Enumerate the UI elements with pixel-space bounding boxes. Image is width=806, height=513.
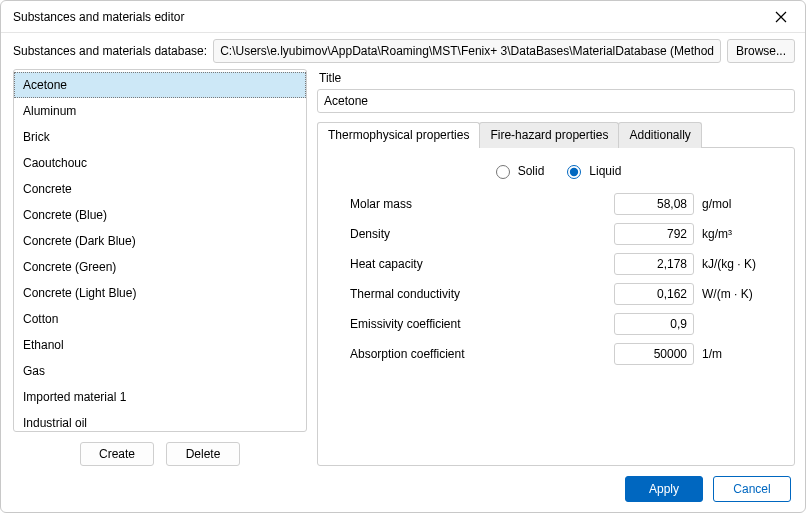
database-row: Substances and materials database: Brows… — [1, 33, 805, 69]
left-pane: AcetoneAluminumBrickCaoutchoucConcreteCo… — [13, 69, 307, 466]
cancel-button[interactable]: Cancel — [713, 476, 791, 502]
list-item[interactable]: Ethanol — [14, 332, 306, 358]
state-row: Solid Liquid — [332, 162, 780, 179]
delete-button[interactable]: Delete — [166, 442, 240, 466]
radio-liquid-label: Liquid — [589, 164, 621, 178]
list-item[interactable]: Concrete (Green) — [14, 254, 306, 280]
property-value-input[interactable] — [614, 343, 694, 365]
titlebar: Substances and materials editor — [1, 1, 805, 33]
close-icon — [775, 11, 787, 23]
title-input[interactable] — [317, 89, 795, 113]
materials-list-wrap: AcetoneAluminumBrickCaoutchoucConcreteCo… — [13, 69, 307, 432]
property-label: Heat capacity — [350, 257, 606, 271]
list-item[interactable]: Concrete (Blue) — [14, 202, 306, 228]
apply-button[interactable]: Apply — [625, 476, 703, 502]
tabs: Thermophysical properties Fire-hazard pr… — [317, 121, 795, 147]
radio-liquid-input[interactable] — [567, 165, 581, 179]
tab-panel-thermophysical: Solid Liquid Molar massg/molDensitykg/m³… — [317, 147, 795, 466]
list-item[interactable]: Cotton — [14, 306, 306, 332]
property-label: Emissivity coefficient — [350, 317, 606, 331]
list-item[interactable]: Caoutchouc — [14, 150, 306, 176]
property-label: Absorption coefficient — [350, 347, 606, 361]
list-item[interactable]: Concrete — [14, 176, 306, 202]
list-item[interactable]: Acetone — [14, 72, 306, 98]
database-path-input[interactable] — [213, 39, 721, 63]
property-value-input[interactable] — [614, 313, 694, 335]
list-item[interactable]: Imported material 1 — [14, 384, 306, 410]
list-buttons: Create Delete — [13, 432, 307, 466]
property-value-input[interactable] — [614, 253, 694, 275]
properties-grid: Molar massg/molDensitykg/m³Heat capacity… — [332, 193, 780, 365]
body: AcetoneAluminumBrickCaoutchoucConcreteCo… — [1, 69, 805, 466]
footer: Apply Cancel — [1, 466, 805, 512]
property-unit: W/(m · K) — [702, 287, 762, 301]
list-item[interactable]: Gas — [14, 358, 306, 384]
property-label: Thermal conductivity — [350, 287, 606, 301]
property-value-input[interactable] — [614, 193, 694, 215]
list-item[interactable]: Industrial oil — [14, 410, 306, 431]
close-button[interactable] — [767, 3, 795, 31]
editor-window: Substances and materials editor Substanc… — [0, 0, 806, 513]
browse-button[interactable]: Browse... — [727, 39, 795, 63]
tab-fire-hazard[interactable]: Fire-hazard properties — [479, 122, 619, 148]
database-label: Substances and materials database: — [13, 44, 207, 58]
property-label: Molar mass — [350, 197, 606, 211]
list-item[interactable]: Aluminum — [14, 98, 306, 124]
window-title: Substances and materials editor — [13, 10, 767, 24]
title-label: Title — [319, 71, 795, 85]
right-pane: Title Thermophysical properties Fire-haz… — [317, 69, 795, 466]
property-value-input[interactable] — [614, 223, 694, 245]
property-label: Density — [350, 227, 606, 241]
tab-additionally[interactable]: Additionally — [618, 122, 701, 148]
tab-thermophysical[interactable]: Thermophysical properties — [317, 122, 480, 148]
create-button[interactable]: Create — [80, 442, 154, 466]
property-unit: 1/m — [702, 347, 762, 361]
radio-solid-label: Solid — [518, 164, 545, 178]
property-unit: g/mol — [702, 197, 762, 211]
radio-solid[interactable]: Solid — [491, 162, 545, 179]
property-unit: kJ/(kg · K) — [702, 257, 762, 271]
list-item[interactable]: Concrete (Dark Blue) — [14, 228, 306, 254]
list-item[interactable]: Concrete (Light Blue) — [14, 280, 306, 306]
property-unit: kg/m³ — [702, 227, 762, 241]
materials-list[interactable]: AcetoneAluminumBrickCaoutchoucConcreteCo… — [14, 70, 306, 431]
list-item[interactable]: Brick — [14, 124, 306, 150]
property-value-input[interactable] — [614, 283, 694, 305]
radio-liquid[interactable]: Liquid — [562, 162, 621, 179]
radio-solid-input[interactable] — [496, 165, 510, 179]
